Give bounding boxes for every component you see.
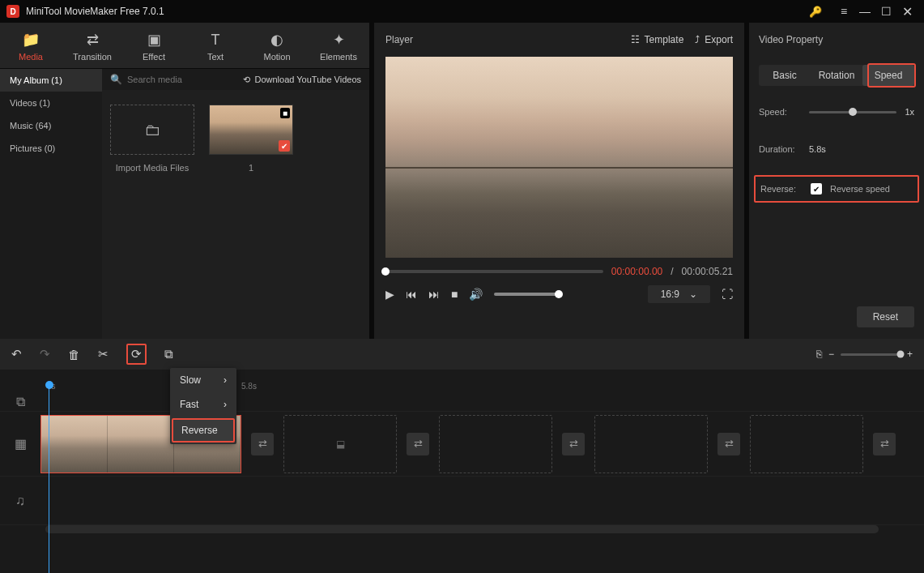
split-button[interactable]: ✂ (98, 347, 109, 361)
tab-transition[interactable]: ⇄ Transition (62, 23, 123, 68)
key-icon[interactable]: 🔑 (809, 6, 822, 18)
tab-basic[interactable]: Basic (759, 65, 811, 86)
tab-label: Motion (263, 52, 290, 62)
import-box[interactable]: 🗀 (110, 105, 194, 155)
delete-button[interactable]: 🗑 (68, 348, 80, 361)
duration-value: 5.8s (809, 144, 826, 154)
app-title: MiniTool MovieMaker Free 7.0.1 (26, 6, 164, 17)
tab-label: Elements (320, 52, 357, 62)
ruler-tick: 5.8s (241, 382, 257, 391)
prev-frame-button[interactable]: ⏮ (406, 288, 417, 301)
audio-track[interactable] (40, 477, 924, 524)
minimize-icon[interactable]: — (854, 5, 875, 18)
transition-slot[interactable]: ⇄ (717, 433, 740, 455)
sidebar-item-music[interactable]: Music (64) (0, 114, 102, 137)
close-icon[interactable]: ✕ (896, 4, 918, 19)
download-icon: ⟲ (243, 75, 250, 85)
media-sidebar: My Album (1) Videos (1) Music (64) Pictu… (0, 69, 102, 339)
tab-text[interactable]: T Text (185, 23, 246, 68)
chevron-right-icon: › (224, 399, 227, 410)
next-frame-button[interactable]: ⏭ (428, 288, 440, 301)
hamburger-icon[interactable]: ≡ (833, 5, 854, 18)
fullscreen-button[interactable]: ⛶ (722, 288, 733, 301)
template-button[interactable]: ☷ Template (631, 34, 684, 45)
download-youtube-link[interactable]: ⟲ Download YouTube Videos (243, 75, 362, 85)
drop-slot[interactable] (439, 415, 552, 473)
chevron-right-icon: › (224, 374, 227, 386)
speed-slider[interactable] (809, 111, 896, 113)
seek-thumb[interactable] (381, 267, 390, 276)
transition-slot[interactable]: ⇄ (873, 433, 896, 455)
seek-slider[interactable] (385, 270, 603, 273)
speed-value: 1x (905, 107, 914, 117)
stop-button[interactable]: ■ (451, 288, 458, 301)
reverse-checkbox[interactable]: ✔ (811, 183, 822, 195)
redo-button[interactable]: ↷ (40, 347, 50, 361)
speed-menu-reverse[interactable]: Reverse (172, 418, 235, 443)
sidebar-item-videos[interactable]: Videos (1) (0, 92, 102, 114)
export-button[interactable]: ⤴ Export (695, 34, 733, 45)
overlay-track-icon: ⧉ (0, 395, 40, 409)
sidebar-item-myalbum[interactable]: My Album (1) (0, 69, 102, 92)
video-preview[interactable] (385, 57, 733, 258)
tab-speed[interactable]: Speed (862, 65, 914, 86)
duration-label: Duration: (759, 144, 801, 154)
ratio-value: 16:9 (661, 289, 679, 300)
tab-elements[interactable]: ✦ Elements (308, 23, 369, 68)
transition-slot[interactable]: ⇄ (407, 433, 429, 455)
folder-icon: 📁 (22, 31, 40, 49)
video-track-icon: ▦ (0, 436, 40, 451)
chevron-down-icon: ⌄ (689, 289, 697, 300)
tab-rotation[interactable]: Rotation (811, 65, 862, 86)
horizontal-scrollbar[interactable] (45, 525, 879, 533)
tab-motion[interactable]: ◐ Motion (246, 23, 308, 68)
titlebar: D MiniTool MovieMaker Free 7.0.1 🔑 ≡ — ☐… (0, 0, 924, 23)
property-tabs: Basic Rotation Speed (759, 65, 914, 86)
aspect-ratio-select[interactable]: 16:9 ⌄ (648, 285, 710, 303)
tab-media[interactable]: 📁 Media (0, 23, 62, 68)
transition-slot[interactable]: ⇄ (251, 433, 274, 455)
zoom-slider[interactable] (841, 353, 901, 356)
transition-slot[interactable]: ⇄ (562, 433, 585, 455)
timeline-toolbar: ↶ ↷ 🗑 ✂ ⟳ ⧉ ⎘ − + Slow › Fast › (0, 339, 924, 370)
sparkle-icon: ✦ (333, 31, 345, 49)
speed-button[interactable]: ⟳ (126, 344, 147, 365)
speed-menu-fast[interactable]: Fast › (170, 392, 236, 417)
reset-button[interactable]: Reset (857, 306, 914, 327)
play-button[interactable]: ▶ (385, 288, 394, 301)
maximize-icon[interactable]: ☐ (875, 5, 896, 18)
media-clip[interactable]: ■ ✔ 1 (209, 105, 293, 173)
volume-icon[interactable]: 🔊 (469, 288, 483, 301)
tab-label: Transition (73, 52, 112, 62)
search-wrap[interactable]: 🔍 (110, 74, 243, 85)
drop-slot[interactable] (594, 415, 708, 473)
search-input[interactable] (127, 75, 216, 84)
import-tile[interactable]: 🗀 Import Media Files (110, 105, 194, 173)
drop-slot[interactable] (750, 415, 863, 473)
speed-menu-slow[interactable]: Slow › (170, 368, 236, 392)
clip-thumbnail[interactable]: ■ ✔ (209, 105, 293, 155)
media-panel: 📁 Media ⇄ Transition ▣ Effect T Text ◐ (0, 23, 369, 339)
undo-button[interactable]: ↶ (11, 347, 22, 361)
folder-open-icon: 🗀 (144, 121, 160, 139)
drop-slot[interactable]: ⬓ (283, 415, 397, 473)
timeline: ↶ ↷ 🗑 ✂ ⟳ ⧉ ⎘ − + Slow › Fast › (0, 339, 924, 573)
fit-icon[interactable]: ⎘ (816, 349, 822, 360)
zoom-in-button[interactable]: + (907, 349, 913, 360)
time-ruler[interactable]: 0s 5.8s (0, 370, 924, 392)
time-current: 00:00:00.00 (611, 266, 662, 277)
zoom-out-button[interactable]: − (828, 349, 834, 360)
tab-effect[interactable]: ▣ Effect (123, 23, 185, 68)
volume-slider[interactable] (494, 293, 559, 296)
time-duration: 00:00:05.21 (682, 266, 733, 277)
template-label: Template (645, 34, 684, 45)
speed-menu: Slow › Fast › Reverse (170, 368, 236, 444)
sidebar-item-pictures[interactable]: Pictures (0) (0, 137, 102, 160)
download-label: Download YouTube Videos (255, 75, 362, 84)
search-icon: 🔍 (110, 74, 122, 85)
crop-button[interactable]: ⧉ (164, 347, 173, 361)
playhead[interactable] (49, 386, 49, 573)
tab-label: Media (19, 52, 43, 62)
speed-label: Speed: (759, 107, 801, 117)
app-logo: D (6, 5, 19, 18)
